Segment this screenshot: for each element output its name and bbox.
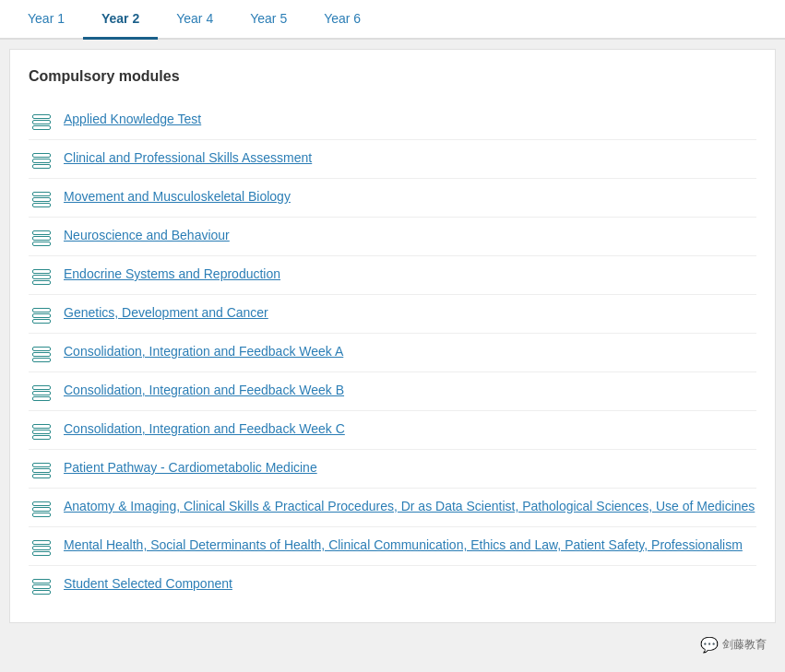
module-item: Endocrine Systems and Reproduction (29, 255, 756, 294)
module-icon (29, 149, 54, 169)
module-item: Neuroscience and Behaviour (29, 217, 756, 255)
module-link-m12[interactable]: Mental Health, Social Determinants of He… (64, 536, 743, 555)
module-link-m9[interactable]: Consolidation, Integration and Feedback … (64, 420, 345, 439)
module-icon (29, 227, 54, 246)
module-icon (29, 498, 54, 517)
stack-icon (32, 269, 51, 285)
module-item: Consolidation, Integration and Feedback … (29, 371, 756, 410)
module-icon (29, 382, 54, 401)
watermark-icon: 💬 (700, 636, 719, 654)
module-item: Applied Knowledge Test (29, 101, 756, 139)
tabs-bar: Year 1Year 2Year 4Year 5Year 6 (0, 0, 785, 40)
stack-icon (32, 424, 51, 440)
module-link-m2[interactable]: Clinical and Professional Skills Assessm… (64, 149, 312, 168)
tab-year5[interactable]: Year 5 (232, 0, 305, 40)
module-icon (29, 265, 54, 285)
stack-icon (32, 230, 51, 246)
tab-year6[interactable]: Year 6 (305, 0, 379, 40)
stack-icon (32, 385, 51, 401)
module-link-m4[interactable]: Neuroscience and Behaviour (64, 227, 230, 245)
module-link-m11[interactable]: Anatomy & Imaging, Clinical Skills & Pra… (64, 498, 755, 516)
stack-icon (32, 192, 51, 207)
stack-icon (32, 540, 51, 556)
module-item: Consolidation, Integration and Feedback … (29, 333, 756, 371)
module-item: Mental Health, Social Determinants of He… (29, 526, 756, 565)
module-link-m5[interactable]: Endocrine Systems and Reproduction (64, 265, 280, 284)
module-icon (29, 188, 54, 207)
watermark: 💬 剑藤教育 (700, 636, 767, 654)
module-link-m8[interactable]: Consolidation, Integration and Feedback … (64, 382, 344, 400)
module-icon (29, 111, 54, 130)
module-item: Consolidation, Integration and Feedback … (29, 410, 756, 449)
stack-icon (32, 114, 51, 130)
module-link-m10[interactable]: Patient Pathway - Cardiometabolic Medici… (64, 459, 317, 477)
module-item: Clinical and Professional Skills Assessm… (29, 139, 756, 178)
section-title: Compulsory modules (29, 68, 756, 85)
module-icon (29, 575, 54, 595)
module-item: Anatomy & Imaging, Clinical Skills & Pra… (29, 488, 756, 526)
stack-icon (32, 308, 51, 324)
module-icon (29, 420, 54, 440)
tab-year4[interactable]: Year 4 (158, 0, 232, 40)
module-item: Patient Pathway - Cardiometabolic Medici… (29, 449, 756, 488)
module-icon (29, 343, 54, 362)
module-link-m7[interactable]: Consolidation, Integration and Feedback … (64, 343, 343, 361)
tab-year2[interactable]: Year 2 (83, 0, 158, 40)
stack-icon (32, 153, 51, 169)
module-item: Movement and Musculoskeletal Biology (29, 178, 756, 217)
module-link-m3[interactable]: Movement and Musculoskeletal Biology (64, 188, 291, 206)
module-icon (29, 459, 54, 478)
tab-year1[interactable]: Year 1 (9, 0, 83, 40)
module-item: Student Selected Component (29, 565, 756, 604)
watermark-text: 剑藤教育 (722, 637, 767, 653)
module-link-m13[interactable]: Student Selected Component (64, 575, 232, 594)
content-area: Compulsory modules Applied Knowledge Tes… (9, 49, 776, 623)
module-link-m1[interactable]: Applied Knowledge Test (64, 111, 201, 129)
stack-icon (32, 501, 51, 517)
module-list: Applied Knowledge Test Clinical and Prof… (29, 101, 756, 604)
module-icon (29, 304, 54, 324)
stack-icon (32, 347, 51, 362)
module-link-m6[interactable]: Genetics, Development and Cancer (64, 304, 268, 323)
module-item: Genetics, Development and Cancer (29, 294, 756, 333)
module-icon (29, 536, 54, 556)
stack-icon (32, 463, 51, 478)
stack-icon (32, 579, 51, 595)
main-container: Year 1Year 2Year 4Year 5Year 6 Compulsor… (0, 0, 785, 632)
